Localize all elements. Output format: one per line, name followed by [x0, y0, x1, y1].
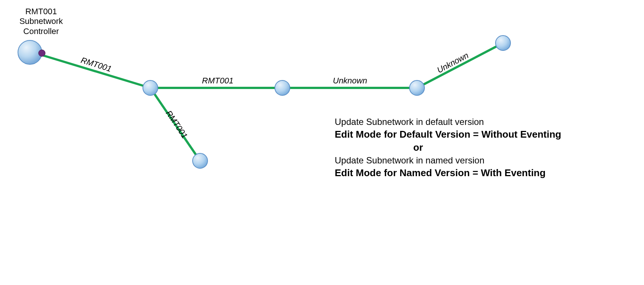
node-6: [193, 153, 208, 168]
node-2: [143, 80, 158, 95]
controller-label-line1: RMT001: [7, 7, 75, 16]
controller-label: RMT001 Subnetwork Controller: [7, 7, 75, 36]
edge-5: [417, 43, 503, 88]
info-block: Update Subnetwork in default version Edi…: [335, 116, 641, 180]
node-5: [496, 36, 510, 50]
info-line3: Update Subnetwork in named version: [335, 154, 641, 166]
info-or: or: [335, 141, 641, 154]
node-3: [275, 80, 290, 95]
node-4: [410, 80, 424, 95]
network-diagram: RMT001 Subnetwork Controller RMT001 RMT0…: [0, 0, 644, 285]
controller-label-line3: Controller: [7, 27, 75, 36]
info-line1: Update Subnetwork in default version: [335, 116, 641, 128]
controller-node: [18, 40, 42, 64]
controller-label-line2: Subnetwork: [7, 16, 75, 26]
info-line4: Edit Mode for Named Version = With Event…: [335, 166, 641, 180]
edge-2-label: RMT001: [202, 76, 233, 86]
info-line2: Edit Mode for Default Version = Without …: [335, 128, 641, 141]
controller-port: [39, 50, 45, 56]
edge-4-label: Unknown: [333, 76, 367, 86]
